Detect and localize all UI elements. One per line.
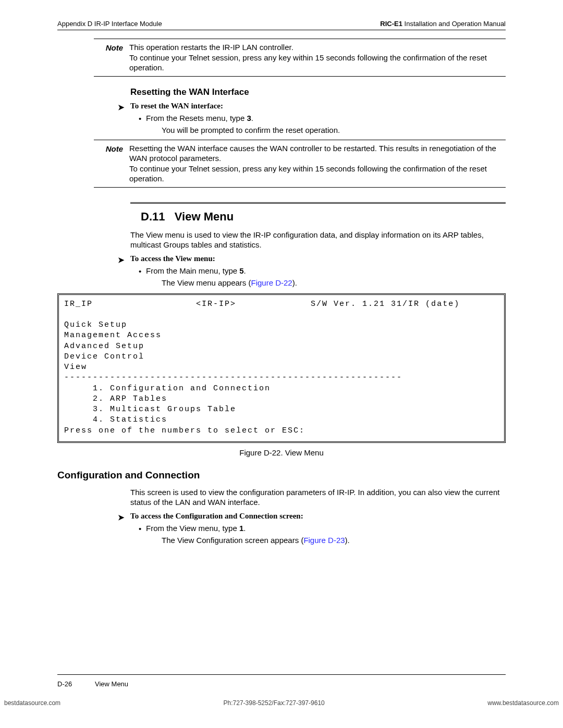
site-left: bestdatasource.com xyxy=(4,699,60,707)
view-intro-paragraph: The View menu is used to view the IR-IP … xyxy=(130,230,506,250)
bullet-icon: • xyxy=(139,114,141,123)
note-block-1: Note This operation restarts the IR-IP L… xyxy=(94,39,506,77)
section-heading-view-menu: D.11 View Menu xyxy=(141,210,506,224)
bullet-reset: • From the Resets menu, type 3. xyxy=(146,114,506,122)
page-number: D-26 xyxy=(57,680,95,688)
figure-link-d23[interactable]: Figure D-23 xyxy=(303,536,345,545)
header-left: Appendix D IR-IP Interface Module xyxy=(57,20,162,28)
arrow-icon: ➤ xyxy=(118,255,125,265)
page-footer: D-26 View Menu xyxy=(57,674,506,688)
footer-title: View Menu xyxy=(95,680,128,688)
view-menu-terminal: IR_IP <IR-IP> S/W Ver. 1.21 31/IR (date)… xyxy=(57,293,506,443)
heading-config-connection: Configuration and Connection xyxy=(57,470,506,481)
bullet-icon: • xyxy=(139,267,141,276)
cc-intro-paragraph: This screen is used to view the configur… xyxy=(130,487,506,508)
procedure-heading-view: ➤ To access the View menu: xyxy=(130,254,506,263)
page-header: Appendix D IR-IP Interface Module RIC-E1… xyxy=(57,20,506,30)
figure-caption-d22: Figure D-22. View Menu xyxy=(57,448,506,457)
note-text: This operation restarts the IR-IP LAN co… xyxy=(129,42,506,73)
note-label: Note xyxy=(94,143,129,184)
bullet-view: • From the Main menu, type 5. xyxy=(146,266,506,275)
indent-reset: You will be prompted to confirm the rese… xyxy=(162,126,506,134)
procedure-heading-cc: ➤ To access the Configuration and Connec… xyxy=(130,512,506,521)
arrow-icon: ➤ xyxy=(118,513,125,522)
figure-link-d22[interactable]: Figure D-22 xyxy=(251,278,292,287)
indent-cc: The View Configuration screen appears (F… xyxy=(162,536,506,545)
bullet-cc: • From the View menu, type 1. xyxy=(146,524,506,533)
note-text: Resetting the WAN interface causes the W… xyxy=(129,143,506,184)
indent-view: The View menu appears (Figure D-22). xyxy=(162,278,506,287)
heading-reset-wan: Resetting the WAN Interface xyxy=(130,87,506,97)
site-mid: Ph:727-398-5252/Fax:727-397-9610 xyxy=(224,699,325,707)
arrow-icon: ➤ xyxy=(118,103,125,112)
note-block-2: Note Resetting the WAN interface causes … xyxy=(94,140,506,188)
site-right: www.bestdatasource.com xyxy=(487,699,559,707)
procedure-heading-reset: ➤ To reset the WAN interface: xyxy=(130,102,506,110)
section-divider xyxy=(130,202,506,204)
site-footer: bestdatasource.com Ph:727-398-5252/Fax:7… xyxy=(0,699,563,707)
note-label: Note xyxy=(94,42,129,73)
header-right: RIC-E1 Installation and Operation Manual xyxy=(380,20,506,28)
bullet-icon: • xyxy=(139,524,141,533)
